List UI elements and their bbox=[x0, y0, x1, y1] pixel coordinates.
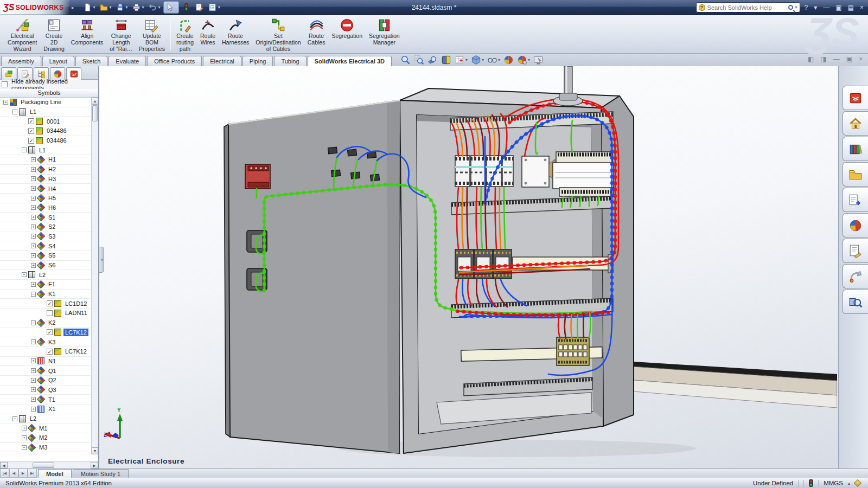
expand-icon[interactable]: + bbox=[22, 435, 27, 440]
create-2d-drawing-button[interactable]: Create 2D Drawing bbox=[40, 16, 68, 53]
tree-label[interactable]: M2 bbox=[37, 434, 49, 441]
tree-item-034486[interactable]: ✓034486 bbox=[0, 136, 91, 146]
tab-assembly[interactable]: Assembly bbox=[1, 56, 41, 66]
help-caret-button[interactable]: ▾ bbox=[814, 4, 817, 11]
tree-label[interactable]: T1 bbox=[47, 396, 57, 403]
task-list-caret-icon[interactable]: ▾ bbox=[218, 5, 220, 10]
tab-model[interactable]: Model bbox=[38, 469, 72, 478]
tree-item-q1[interactable]: +Q1 bbox=[0, 366, 91, 376]
collapse-icon[interactable]: − bbox=[31, 292, 36, 297]
tree-item-s6[interactable]: +S6 bbox=[0, 261, 91, 271]
tree-label[interactable]: LC7K12 bbox=[63, 329, 88, 336]
tree-item-packaging-line[interactable]: +Packaging Line bbox=[0, 98, 91, 107]
tree-label[interactable]: H5 bbox=[47, 194, 58, 202]
expand-icon[interactable]: + bbox=[31, 407, 36, 412]
expand-icon[interactable]: + bbox=[31, 167, 36, 172]
scroll-left-icon[interactable]: ◀ bbox=[0, 462, 8, 468]
tree-label[interactable]: L2 bbox=[37, 271, 47, 279]
collapse-icon[interactable]: − bbox=[12, 416, 17, 421]
help-button[interactable]: ? bbox=[805, 4, 808, 11]
tree-item-m3[interactable]: −M3 bbox=[0, 443, 91, 453]
tree-label[interactable]: N1 bbox=[47, 357, 58, 365]
traffic-light-button[interactable] bbox=[181, 2, 192, 13]
collapse-icon[interactable]: − bbox=[31, 339, 36, 344]
search-caret-icon[interactable]: ▾ bbox=[795, 5, 797, 10]
tree-item-k2[interactable]: −K2 bbox=[0, 318, 91, 328]
view-settings-caret-icon[interactable]: ▾ bbox=[528, 57, 530, 62]
scroll-up-icon[interactable]: ▲ bbox=[92, 98, 98, 105]
tree-label[interactable]: K2 bbox=[47, 319, 57, 326]
pane-right-button[interactable]: ◨ bbox=[820, 55, 826, 63]
tree-label[interactable]: LC1D12 bbox=[63, 300, 88, 307]
expand-icon[interactable]: + bbox=[31, 368, 36, 373]
3d-scene[interactable]: Y Z bbox=[99, 66, 837, 468]
expand-icon[interactable]: + bbox=[31, 263, 36, 268]
tree-item-q3[interactable]: +Q3 bbox=[0, 386, 91, 395]
tree-horizontal-scrollbar[interactable]: ◀ ▶ bbox=[0, 461, 98, 468]
open-button[interactable]: ▾ bbox=[98, 2, 113, 13]
taskpane-tab-view-palette[interactable] bbox=[843, 188, 868, 212]
tree-label[interactable]: Q3 bbox=[47, 386, 58, 394]
tree-label[interactable]: H6 bbox=[47, 204, 58, 211]
tree-item-n1[interactable]: +N1 bbox=[0, 357, 91, 367]
tree-label[interactable]: K1 bbox=[47, 290, 57, 298]
minimize-button[interactable]: — bbox=[823, 4, 829, 11]
expand-icon[interactable]: + bbox=[31, 253, 36, 258]
expand-icon[interactable]: + bbox=[31, 243, 36, 248]
print-button[interactable]: ▾ bbox=[131, 2, 145, 13]
select-caret-icon[interactable]: ▾ bbox=[175, 5, 177, 10]
tree-label[interactable]: S1 bbox=[47, 214, 57, 221]
tree-label[interactable]: S4 bbox=[47, 242, 57, 250]
edit-appearance-button[interactable] bbox=[533, 54, 544, 66]
mounting-mast[interactable] bbox=[553, 66, 583, 106]
circuit-breakers[interactable] bbox=[455, 156, 513, 187]
expand-icon[interactable]: + bbox=[31, 358, 36, 363]
close-button[interactable]: × bbox=[860, 4, 864, 11]
view-orientation-caret-icon[interactable]: ▾ bbox=[465, 57, 468, 62]
conveyor-beam[interactable] bbox=[634, 362, 837, 408]
tree-item-m2[interactable]: +M2 bbox=[0, 433, 91, 443]
tree-checkbox[interactable] bbox=[47, 310, 53, 316]
cascade-button[interactable]: ▤ bbox=[848, 4, 854, 11]
tree-item-l2[interactable]: −L2 bbox=[0, 270, 91, 280]
tree-label[interactable]: 034486 bbox=[45, 127, 68, 134]
route-harnesses-button[interactable]: Route Harnesses bbox=[219, 16, 252, 53]
electrical-component-wizard-button[interactable]: Electrical Component Wizard bbox=[4, 16, 40, 53]
expand-icon[interactable]: + bbox=[31, 282, 36, 287]
plc-module[interactable] bbox=[553, 152, 614, 196]
tree-item-m1[interactable]: +M1 bbox=[0, 423, 91, 433]
view-orientation-button[interactable]: ▾ bbox=[454, 54, 468, 66]
tab-layout[interactable]: Layout bbox=[42, 56, 74, 66]
collapse-icon[interactable]: − bbox=[22, 272, 27, 277]
tree-checkbox[interactable]: ✓ bbox=[28, 118, 34, 124]
segregation-manager-button[interactable]: Segregation Manager bbox=[366, 16, 403, 53]
tree-label[interactable]: Q2 bbox=[47, 376, 58, 384]
route-wires-button[interactable]: Route Wires bbox=[197, 16, 219, 53]
tree-item-q2[interactable]: +Q2 bbox=[0, 376, 91, 386]
tree-label[interactable]: L1 bbox=[28, 108, 38, 115]
tree-item-k3[interactable]: −K3 bbox=[0, 337, 91, 347]
tree-vertical-scrollbar[interactable]: ▲ ▼ bbox=[91, 98, 98, 454]
tree-checkbox[interactable]: ✓ bbox=[47, 329, 53, 335]
tree-label[interactable]: H3 bbox=[47, 175, 58, 183]
tree-label[interactable]: M1 bbox=[37, 425, 49, 432]
expand-icon[interactable]: + bbox=[31, 397, 36, 402]
graphics-area[interactable]: Y Z Electrical Enclosure bbox=[99, 66, 838, 468]
select-button[interactable]: ▾ bbox=[163, 1, 179, 14]
tree-item-t1[interactable]: +T1 bbox=[0, 395, 91, 404]
taskpane-tab-solidworks-resources[interactable] bbox=[843, 86, 868, 110]
tree-label[interactable]: H2 bbox=[47, 165, 58, 173]
quick-tips-icon[interactable] bbox=[809, 479, 813, 487]
tree-item-s2[interactable]: +S2 bbox=[0, 222, 91, 232]
tree-item-034486[interactable]: ✓034486 bbox=[0, 126, 91, 136]
tree-label[interactable]: L2 bbox=[28, 415, 38, 422]
expand-icon[interactable]: + bbox=[31, 378, 36, 383]
tree-item-k1[interactable]: −K1 bbox=[0, 290, 91, 299]
tree-item-s1[interactable]: +S1 bbox=[0, 213, 91, 222]
tree-label[interactable]: S2 bbox=[47, 223, 57, 230]
zoom-to-area-button[interactable] bbox=[413, 54, 425, 66]
save-button[interactable]: ▾ bbox=[114, 2, 129, 13]
tab-nav-button-2[interactable]: ▶ bbox=[18, 469, 28, 478]
route-cables-button[interactable]: Route Cables bbox=[304, 16, 329, 53]
tree-item-0001[interactable]: ✓0001 bbox=[0, 117, 91, 126]
